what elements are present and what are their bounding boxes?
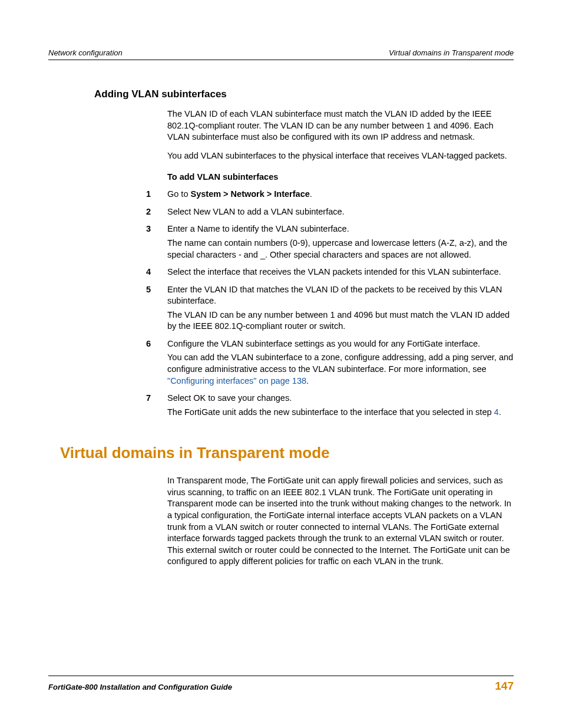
body-paragraph: The VLAN ID of each VLAN subinterface mu… [167,108,514,143]
step-number: 1 [146,189,167,200]
step-body: Select New VLAN to add a VLAN subinterfa… [167,206,514,218]
cross-reference-link[interactable]: "Configuring interfaces" on page 138 [167,376,306,386]
page-footer: FortiGate-800 Installation and Configura… [48,676,514,693]
step-body: Select the interface that receives the V… [167,266,514,278]
footer-title: FortiGate-800 Installation and Configura… [48,683,232,691]
step-item: 7 Select OK to save your changes. The Fo… [146,393,514,418]
step-number: 2 [146,206,167,218]
step-item: 3 Enter a Name to identify the VLAN subi… [146,223,514,261]
step-number: 6 [146,338,167,387]
step-body: Enter a Name to identify the VLAN subint… [167,223,514,261]
step-item: 4 Select the interface that receives the… [146,266,514,278]
procedure-heading: To add VLAN subinterfaces [167,172,514,182]
header-left: Network configuration [48,48,123,57]
step-number: 4 [146,266,167,278]
menu-path: System > Network > Interface [191,189,310,199]
step-item: 1 Go to System > Network > Interface. [146,189,514,200]
cross-reference-link[interactable]: 4 [494,407,499,417]
step-item: 5 Enter the VLAN ID that matches the VLA… [146,284,514,332]
page-header: Network configuration Virtual domains in… [48,48,514,60]
step-number: 3 [146,223,167,261]
header-right: Virtual domains in Transparent mode [389,48,514,57]
step-item: 6 Configure the VLAN subinterface settin… [146,338,514,387]
step-number: 7 [146,393,167,418]
section-heading-adding-vlan: Adding VLAN subinterfaces [94,88,514,100]
step-body: Enter the VLAN ID that matches the VLAN … [167,284,514,332]
step-body: Configure the VLAN subinterface settings… [167,338,514,387]
step-item: 2 Select New VLAN to add a VLAN subinter… [146,206,514,218]
page-number: 147 [495,680,514,693]
body-paragraph: In Transparent mode, The FortiGate unit … [167,475,514,568]
body-paragraph: You add VLAN subinterfaces to the physic… [167,150,514,162]
step-number: 5 [146,284,167,332]
step-body: Go to System > Network > Interface. [167,189,514,200]
main-heading-virtual-domains: Virtual domains in Transparent mode [60,444,514,462]
step-body: Select OK to save your changes. The Fort… [167,393,514,418]
